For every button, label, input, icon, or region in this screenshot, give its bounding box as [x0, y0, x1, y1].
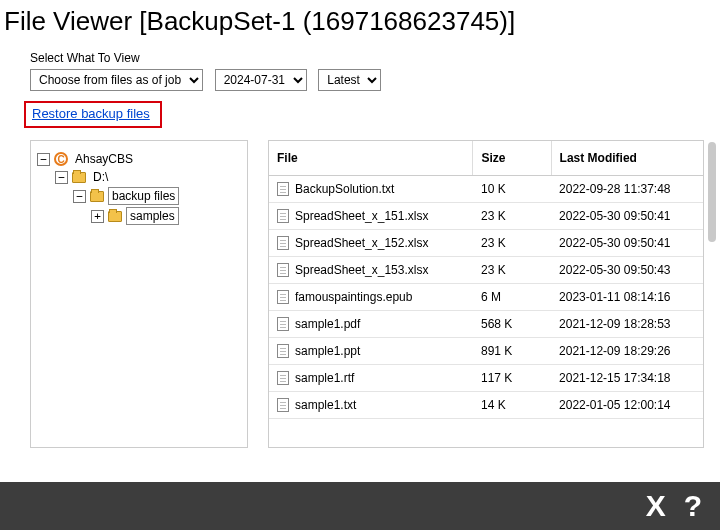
file-name: famouspaintings.epub	[295, 290, 412, 304]
tree-node-root[interactable]: − C AhsayCBS	[37, 151, 241, 167]
job-select[interactable]: Choose from files as of job	[30, 69, 203, 91]
file-name: sample1.txt	[295, 398, 356, 412]
tree-label: D:\	[90, 169, 111, 185]
file-name: BackupSolution.txt	[295, 182, 394, 196]
restore-backup-link[interactable]: Restore backup files	[32, 106, 150, 121]
file-icon	[277, 209, 289, 223]
file-name: sample1.ppt	[295, 344, 360, 358]
file-modified: 2022-05-30 09:50:41	[551, 203, 703, 230]
table-row[interactable]: sample1.ppt891 K2021-12-09 18:29:26	[269, 338, 703, 365]
page-title: File Viewer [BackupSet-1 (1697168623745)…	[0, 0, 720, 41]
file-name: sample1.pdf	[295, 317, 360, 331]
file-size: 10 K	[473, 176, 551, 203]
file-size: 891 K	[473, 338, 551, 365]
file-size: 568 K	[473, 311, 551, 338]
file-name: SpreadSheet_x_152.xlsx	[295, 236, 428, 250]
scrollbar-thumb[interactable]	[708, 142, 716, 242]
folder-icon	[108, 211, 122, 222]
table-row[interactable]: sample1.txt14 K2022-01-05 12:00:14	[269, 392, 703, 419]
file-modified: 2022-09-28 11:37:48	[551, 176, 703, 203]
expand-icon[interactable]: +	[91, 210, 104, 223]
collapse-icon[interactable]: −	[55, 171, 68, 184]
close-button[interactable]: X	[646, 489, 666, 523]
date-select[interactable]: 2024-07-31	[215, 69, 307, 91]
file-icon	[277, 290, 289, 304]
file-icon	[277, 317, 289, 331]
table-row[interactable]: sample1.pdf568 K2021-12-09 18:28:53	[269, 311, 703, 338]
file-icon	[277, 236, 289, 250]
col-header-file[interactable]: File	[269, 141, 473, 176]
file-icon	[277, 371, 289, 385]
file-size: 117 K	[473, 365, 551, 392]
ahsay-logo-icon: C	[54, 152, 68, 166]
tree-label: samples	[126, 207, 179, 225]
col-header-size[interactable]: Size	[473, 141, 551, 176]
tree-node-samples[interactable]: + samples	[91, 207, 241, 225]
file-table-panel: File Size Last Modified BackupSolution.t…	[268, 140, 704, 448]
file-table: File Size Last Modified BackupSolution.t…	[269, 141, 703, 419]
table-row[interactable]: SpreadSheet_x_151.xlsx23 K2022-05-30 09:…	[269, 203, 703, 230]
file-modified: 2023-01-11 08:14:16	[551, 284, 703, 311]
tree-node-backup-files[interactable]: − backup files	[73, 187, 241, 205]
footer-bar: X ?	[0, 482, 720, 530]
table-row[interactable]: famouspaintings.epub6 M2023-01-11 08:14:…	[269, 284, 703, 311]
file-modified: 2021-12-09 18:28:53	[551, 311, 703, 338]
file-size: 23 K	[473, 257, 551, 284]
file-size: 14 K	[473, 392, 551, 419]
table-row[interactable]: SpreadSheet_x_153.xlsx23 K2022-05-30 09:…	[269, 257, 703, 284]
table-row[interactable]: sample1.rtf117 K2021-12-15 17:34:18	[269, 365, 703, 392]
table-row[interactable]: SpreadSheet_x_152.xlsx23 K2022-05-30 09:…	[269, 230, 703, 257]
col-header-modified[interactable]: Last Modified	[551, 141, 703, 176]
restore-highlight: Restore backup files	[24, 101, 162, 128]
file-modified: 2022-01-05 12:00:14	[551, 392, 703, 419]
file-modified: 2021-12-15 17:34:18	[551, 365, 703, 392]
tree-node-drive[interactable]: − D:\	[55, 169, 241, 185]
file-size: 23 K	[473, 203, 551, 230]
file-icon	[277, 344, 289, 358]
view-select-label: Select What To View	[30, 51, 720, 65]
file-name: sample1.rtf	[295, 371, 354, 385]
folder-icon	[90, 191, 104, 202]
collapse-icon[interactable]: −	[37, 153, 50, 166]
help-button[interactable]: ?	[684, 489, 702, 523]
table-row[interactable]: BackupSolution.txt10 K2022-09-28 11:37:4…	[269, 176, 703, 203]
file-modified: 2021-12-09 18:29:26	[551, 338, 703, 365]
tree-label: AhsayCBS	[72, 151, 136, 167]
file-name: SpreadSheet_x_151.xlsx	[295, 209, 428, 223]
version-select[interactable]: Latest	[318, 69, 381, 91]
file-icon	[277, 182, 289, 196]
collapse-icon[interactable]: −	[73, 190, 86, 203]
file-size: 6 M	[473, 284, 551, 311]
file-name: SpreadSheet_x_153.xlsx	[295, 263, 428, 277]
file-modified: 2022-05-30 09:50:43	[551, 257, 703, 284]
file-size: 23 K	[473, 230, 551, 257]
file-icon	[277, 398, 289, 412]
file-modified: 2022-05-30 09:50:41	[551, 230, 703, 257]
folder-icon	[72, 172, 86, 183]
tree-label: backup files	[108, 187, 179, 205]
file-icon	[277, 263, 289, 277]
folder-tree[interactable]: − C AhsayCBS − D:\ − backup files + samp…	[30, 140, 248, 448]
